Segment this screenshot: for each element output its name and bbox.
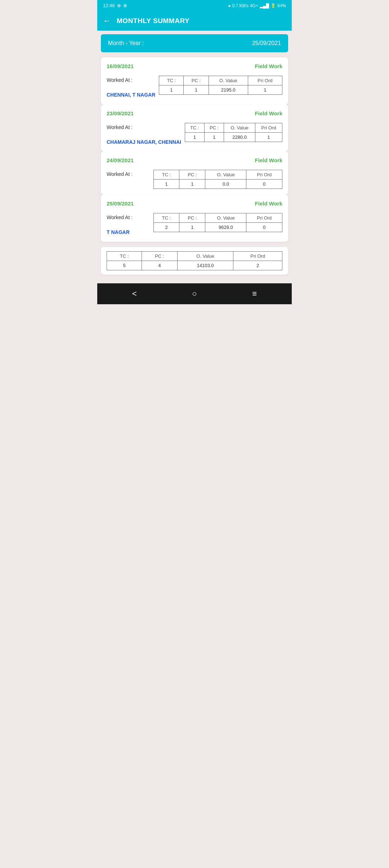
worked-at-location: CHENNAI, T NAGAR: [107, 83, 155, 99]
worked-at-info: Worked At : CHAMARAJ NAGAR, CHENNAI: [107, 123, 181, 146]
month-year-value: 25/09/2021: [252, 40, 281, 46]
worked-at-row: Worked At : CHAMARAJ NAGAR, CHENNAI TC :…: [107, 123, 282, 146]
table-row: 2 1 9628.0 0: [154, 223, 282, 232]
priord-header: Pri Ord: [246, 213, 282, 223]
tc-value: 1: [185, 132, 204, 142]
priord-value: 0: [246, 180, 282, 189]
priord-header: Pri Ord: [248, 76, 282, 85]
summary-tc: 5: [107, 261, 142, 270]
pc-value: 1: [179, 223, 205, 232]
day-header: 24/09/2021 Field Work: [107, 157, 282, 163]
summary-pc: 4: [142, 261, 178, 270]
nav-home-button[interactable]: ○: [185, 288, 204, 300]
worked-at-row: Worked At : TC : PC : O. Value Pri Ord: [107, 170, 282, 189]
tc-header: TC :: [154, 213, 179, 223]
day-type: Field Work: [255, 157, 282, 163]
cards-container: 16/09/2021 Field Work Worked At : CHENNA…: [101, 57, 288, 242]
status-left: 12:46 ⊕ ⊕: [103, 3, 127, 8]
summary-pc-header: PC :: [142, 251, 178, 261]
status-bar: 12:46 ⊕ ⊕ ● 0.7 KB/s 4G+ ▂▄█ 🔋 84%: [97, 0, 292, 11]
priord-header: Pri Ord: [246, 170, 282, 180]
tc-header: TC :: [159, 76, 184, 85]
worked-at-label: Worked At :: [107, 170, 150, 177]
ovalue-value: 0.0: [205, 180, 246, 189]
day-date: 25/09/2021: [107, 200, 134, 207]
day-card: 24/09/2021 Field Work Worked At : TC : P…: [101, 151, 288, 195]
worked-at-row: Worked At : T NAGAR TC : PC : O. Value P…: [107, 213, 282, 236]
ovalue-value: 2280.0: [224, 132, 255, 142]
signal-bars: ▂▄█: [260, 3, 269, 8]
status-right: ● 0.7 KB/s 4G+ ▂▄█ 🔋 84%: [228, 3, 286, 8]
priord-value: 1: [255, 132, 282, 142]
battery-level: 84%: [277, 3, 286, 8]
header: ← MONTHLY SUMMARY: [97, 11, 292, 31]
tc-value: 2: [154, 223, 179, 232]
pc-header: PC :: [179, 170, 205, 180]
nav-menu-button[interactable]: ≡: [245, 288, 264, 300]
content-area: 16/09/2021 Field Work Worked At : CHENNA…: [97, 52, 292, 280]
priord-header: Pri Ord: [255, 123, 282, 132]
location-icon: ⊕: [117, 3, 121, 8]
tc-header: TC :: [185, 123, 204, 132]
worked-at-info: Worked At : T NAGAR: [107, 213, 150, 236]
ovalue-header: O. Value: [224, 123, 255, 132]
summary-row: 5 4 14103.0 2: [107, 261, 282, 270]
tc-value: 1: [154, 180, 179, 189]
tc-header: TC :: [154, 170, 179, 180]
data-table: TC : PC : O. Value Pri Ord 1 1 2280.0 1: [185, 123, 282, 142]
worked-at-label: Worked At :: [107, 213, 150, 220]
worked-at-label: Worked At :: [107, 123, 181, 130]
table-row: 1 1 2195.0 1: [159, 85, 282, 95]
pc-header: PC :: [184, 76, 209, 85]
day-date: 24/09/2021: [107, 157, 134, 163]
table-row: 1 1 0.0 0: [154, 180, 282, 189]
month-year-label: Month - Year :: [108, 40, 144, 46]
pc-header: PC :: [204, 123, 224, 132]
table-row: 1 1 2280.0 1: [185, 132, 282, 142]
summary-tc-header: TC :: [107, 251, 142, 261]
pc-value: 1: [179, 180, 205, 189]
worked-at-location: T NAGAR: [107, 220, 150, 236]
worked-at-info: Worked At : CHENNAI, T NAGAR: [107, 76, 155, 99]
day-date: 16/09/2021: [107, 63, 134, 69]
day-header: 25/09/2021 Field Work: [107, 200, 282, 207]
worked-at-label: Worked At :: [107, 76, 155, 83]
day-type: Field Work: [255, 63, 282, 69]
day-date: 23/09/2021: [107, 110, 134, 116]
pc-value: 1: [184, 85, 209, 95]
ovalue-header: O. Value: [205, 170, 246, 180]
summary-table: TC : PC : O. Value Pri Ord 5 4 14103.0 2: [107, 251, 282, 270]
day-card: 16/09/2021 Field Work Worked At : CHENNA…: [101, 57, 288, 105]
day-card: 23/09/2021 Field Work Worked At : CHAMAR…: [101, 105, 288, 152]
summary-ovalue: 14103.0: [177, 261, 233, 270]
back-button[interactable]: ←: [103, 16, 111, 26]
ovalue-header: O. Value: [209, 76, 248, 85]
phone-icon: ⊕: [123, 3, 127, 8]
priord-value: 1: [248, 85, 282, 95]
worked-at-info: Worked At :: [107, 170, 150, 177]
summary-priord-header: Pri Ord: [233, 251, 282, 261]
battery-icon: 🔋: [270, 3, 276, 8]
day-type: Field Work: [255, 110, 282, 116]
summary-footer: TC : PC : O. Value Pri Ord 5 4 14103.0 2: [101, 247, 288, 275]
summary-priord: 2: [233, 261, 282, 270]
nav-bar: < ○ ≡: [97, 283, 292, 304]
day-card: 25/09/2021 Field Work Worked At : T NAGA…: [101, 195, 288, 242]
network-type: 4G+: [250, 3, 258, 8]
pc-value: 1: [204, 132, 224, 142]
pc-header: PC :: [179, 213, 205, 223]
day-header: 23/09/2021 Field Work: [107, 110, 282, 116]
network-speed: 0.7 KB/s: [232, 3, 249, 8]
tc-value: 1: [159, 85, 184, 95]
nav-back-button[interactable]: <: [125, 288, 144, 300]
ovalue-value: 2195.0: [209, 85, 248, 95]
ovalue-value: 9628.0: [205, 223, 246, 232]
ovalue-header: O. Value: [205, 213, 246, 223]
worked-at-location: CHAMARAJ NAGAR, CHENNAI: [107, 130, 181, 146]
data-table: TC : PC : O. Value Pri Ord 1 1 2195.0 1: [159, 76, 282, 95]
signal-strength: ●: [228, 3, 231, 8]
status-time: 12:46: [103, 3, 115, 8]
summary-ovalue-header: O. Value: [177, 251, 233, 261]
day-type: Field Work: [255, 200, 282, 207]
month-year-banner: Month - Year : 25/09/2021: [101, 34, 288, 52]
